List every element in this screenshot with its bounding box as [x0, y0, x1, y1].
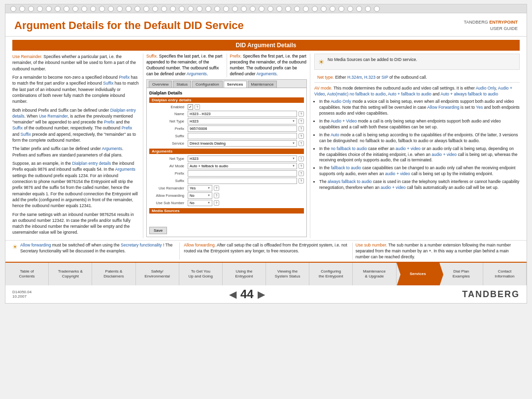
spiral-dot	[214, 6, 220, 12]
media-sources-section: Media Sources	[149, 208, 304, 214]
tab-configuration[interactable]: Configuration	[192, 81, 223, 88]
arg-avmode: AV Mode Auto + fallback to audio ?	[149, 163, 304, 169]
spiral-dot	[99, 6, 105, 12]
nav-contact[interactable]: ContactInformation	[483, 263, 527, 285]
service-help[interactable]: ?	[299, 141, 304, 146]
left-p6: For the same settings with an inbound nu…	[12, 212, 139, 236]
audio-video-link6: audio + video	[381, 185, 406, 190]
nav-get-going[interactable]: To Get YouUp and Going	[179, 263, 223, 285]
arg-nettype-value[interactable]: H323	[188, 155, 297, 162]
arg-suffix-value[interactable]	[188, 178, 297, 184]
arg-useremainder-help[interactable]: ?	[214, 185, 219, 191]
bottom-notes: ☀ Allow forwarding must be switched off …	[5, 240, 527, 262]
service-value[interactable]: Direct Inwards Dialing	[188, 140, 297, 147]
arg-avmode-help[interactable]: ?	[299, 163, 304, 169]
nav-table-of-contents[interactable]: Table ofContents	[5, 263, 49, 285]
fallback-link: fallback to audio	[331, 165, 361, 170]
arg-allowfwd-value[interactable]: No	[188, 192, 212, 199]
nav-patents[interactable]: Patents &Disclaimers	[92, 263, 135, 285]
spiral-dot	[374, 6, 380, 12]
lightbulb-icon: ☀	[318, 57, 325, 67]
name-value[interactable]: H323 - H323	[188, 111, 297, 117]
use-remainder-label: Use Remainder.	[12, 54, 42, 59]
av-mode-section: AV mode. This mode determines the outbou…	[314, 86, 520, 191]
spiral-dot	[232, 6, 238, 12]
tab-services[interactable]: Services	[224, 81, 247, 88]
name-label: Name	[149, 112, 186, 116]
name-help[interactable]: ?	[299, 111, 304, 117]
prefix-entry-help[interactable]: ?	[299, 126, 304, 131]
main-content: Use Remainder. Specifies whether a parti…	[5, 54, 527, 238]
bottom-note-2: Allow forwarding. After call setup the c…	[179, 243, 352, 260]
audio-video-link2: Audio + Video	[331, 119, 357, 123]
prev-arrow[interactable]: ◀	[229, 288, 236, 300]
auto-always-link: Auto + always fallback to audio	[440, 92, 498, 96]
net-type-suffix: of the outbound call.	[389, 75, 427, 80]
spiral-dot	[205, 6, 211, 12]
net-type-label: Net type.	[317, 75, 334, 80]
entry-details-section: Dialplan entry details	[149, 97, 304, 103]
tip-text: No Media Sources can be added to DID ser…	[328, 57, 417, 62]
net-type-h324: H.324m	[347, 75, 362, 80]
enabled-checkbox[interactable]: ✓	[188, 104, 193, 110]
nav-maintenance[interactable]: Maintenance& Upgrade	[353, 263, 396, 285]
nettype-value[interactable]: H323	[188, 118, 297, 124]
tab-maintenance[interactable]: Maintenance	[248, 81, 277, 88]
nav-trademarks[interactable]: Trademarks &Copyright	[49, 263, 92, 285]
dialplan-widget: Overview Status Configuration Services M…	[146, 79, 307, 237]
spiral-dot	[330, 6, 335, 12]
suffix-label: Suffix.	[146, 54, 158, 59]
suffix-link3: Suffix	[21, 132, 31, 137]
arg-usesubnumber-help[interactable]: ?	[214, 200, 219, 206]
bullet-always-fallback: The always fallback to audio case is use…	[319, 179, 520, 191]
net-type-info: Net type. Either H.324m, H.323 or SIP of…	[314, 73, 520, 82]
tab-status[interactable]: Status	[173, 81, 191, 88]
field-suffix: Suffix ?	[149, 133, 304, 139]
arg-allowfwd-help[interactable]: ?	[214, 193, 219, 198]
spiral-dot	[126, 6, 132, 12]
arg-prefix-help[interactable]: ?	[299, 171, 304, 176]
arg-useremainder-label: Use Remainder	[149, 186, 186, 190]
col-right: ☀ No Media Sources can be added to DID s…	[310, 54, 520, 238]
nav-dialplan[interactable]: Dial PlanExamples	[440, 263, 483, 285]
spiral-dot	[179, 6, 185, 12]
arguments-section: Arguments	[149, 149, 304, 154]
arg-prefix-value[interactable]	[188, 170, 297, 177]
arguments-link2: Arguments	[115, 167, 135, 172]
secretary-link: Secretary functionality	[121, 243, 162, 247]
arg-avmode-value[interactable]: Auto + fallback to audio	[188, 163, 297, 169]
suffix-entry-value[interactable]	[188, 133, 297, 139]
next-arrow[interactable]: ▶	[258, 288, 265, 300]
arg-usesubnumber-label: Use Sub Number	[149, 201, 186, 205]
nav-footer: Table ofContents Trademarks &Copyright P…	[5, 262, 527, 285]
tab-overview[interactable]: Overview	[149, 81, 172, 88]
arguments-link-c1: Arguments	[187, 71, 207, 76]
auto-fallback-link: Auto + fallback to audio	[388, 92, 432, 96]
suffix-entry-help[interactable]: ?	[299, 133, 304, 139]
page: Argument Details for the Default DID Ser…	[5, 4, 527, 304]
save-button[interactable]: Save	[149, 227, 167, 234]
field-enabled: Enabled ✓ ?	[149, 104, 304, 110]
arg-nettype-help[interactable]: ?	[299, 156, 304, 161]
spiral-dot	[37, 6, 43, 12]
arg-suffix-help[interactable]: ?	[299, 178, 304, 184]
nettype-help[interactable]: ?	[299, 119, 304, 124]
nav-configuring[interactable]: Configuringthe Entrypoint	[309, 263, 353, 285]
prefix-entry-value[interactable]: 9657/0006	[188, 125, 297, 132]
arg-useremainder-value[interactable]: Yes	[188, 185, 212, 191]
nav-viewing[interactable]: Viewing theSystem Status	[266, 263, 309, 285]
net-type-sip: SIP	[381, 75, 388, 80]
nav-using[interactable]: Using theEntrypoint	[223, 263, 266, 285]
spiral-dot	[241, 6, 247, 12]
arg-usesubnumber-value[interactable]: No	[188, 200, 212, 206]
bullet-fallback: In the fallback to audio case capabiliti…	[319, 165, 520, 177]
nav-services[interactable]: Services	[397, 263, 440, 285]
arg-nettype: Net Type H323 ?	[149, 155, 304, 162]
spiral-dot	[347, 6, 353, 12]
doc-info: D14050.04 10.2007	[12, 290, 32, 299]
enabled-help[interactable]: ?	[195, 104, 200, 110]
tip-box: ☀ No Media Sources can be added to DID s…	[314, 54, 520, 70]
nav-safety[interactable]: Safety/Environmental	[136, 263, 179, 285]
left-p1: Use Remainder. Specifies whether a parti…	[12, 54, 139, 72]
bottom-note-1: ☀ Allow forwarding must be switched off …	[12, 243, 176, 260]
